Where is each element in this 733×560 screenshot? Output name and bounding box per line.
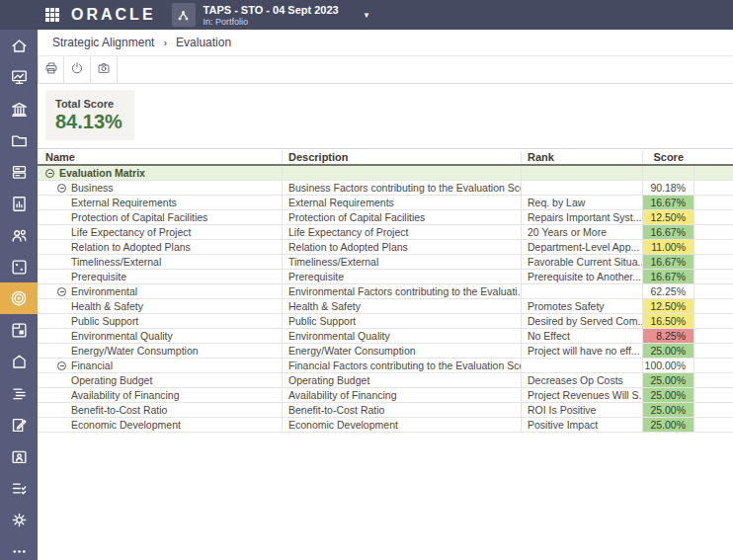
breadcrumb: Strategic Alignment › Evaluation <box>38 30 733 56</box>
breadcrumb-strategic-alignment[interactable]: Strategic Alignment <box>52 36 154 49</box>
cell-name: Financial <box>38 359 282 372</box>
dice-icon <box>10 258 29 277</box>
home-icon <box>10 37 29 55</box>
checklist-icon <box>10 479 29 498</box>
cell-gutter <box>693 255 733 269</box>
cell-rank: Project Revenues Will S... <box>521 388 642 402</box>
sidebar-item-hierarchy-list[interactable] <box>0 377 38 409</box>
row-name-label: Protection of Capital Facilities <box>71 211 207 223</box>
cell-score-badge: 25.00% <box>642 373 693 387</box>
row-name-label: Prerequisite <box>71 271 126 282</box>
table-row[interactable]: Energy/Water ConsumptionEnergy/Water Con… <box>38 344 733 359</box>
more-icon <box>10 542 29 560</box>
row-name-label: Timeliness/External <box>71 256 161 268</box>
table-row[interactable]: Economic DevelopmentEconomic Development… <box>38 418 733 433</box>
cell-rank: No Effect <box>521 329 642 343</box>
portfolio-hierarchy-icon <box>172 3 196 27</box>
sidebar-item-home[interactable] <box>0 30 38 61</box>
sidebar-item-report[interactable] <box>0 188 38 219</box>
column-header-rank[interactable]: Rank <box>521 151 642 163</box>
table-row[interactable]: Relation to Adopted PlansRelation to Ado… <box>38 240 733 255</box>
print-button[interactable] <box>38 56 64 83</box>
cell-name: Public Support <box>38 314 282 328</box>
folder-icon <box>10 131 29 150</box>
sidebar-item-id-card[interactable] <box>0 440 38 472</box>
sidebar-item-dice[interactable] <box>0 251 38 282</box>
table-row[interactable]: PrerequisitePrerequisitePrerequisite to … <box>38 270 733 284</box>
cell-rank <box>521 166 642 180</box>
table-row[interactable]: Public SupportPublic SupportDesired by S… <box>38 314 733 329</box>
table-row[interactable]: Health & SafetyHealth & SafetyPromotes S… <box>38 299 733 314</box>
table-row[interactable]: Life Expectancy of ProjectLife Expectanc… <box>38 225 733 240</box>
sidebar-item-settings[interactable] <box>0 504 38 535</box>
sidebar-item-target[interactable] <box>0 282 38 314</box>
table-row[interactable]: EnvironmentalEnvironmental Factors contr… <box>38 284 733 299</box>
collapse-icon[interactable] <box>57 184 66 193</box>
row-name-label: Operating Budget <box>71 374 152 386</box>
cell-name: Energy/Water Consumption <box>38 344 282 358</box>
column-header-description[interactable]: Description <box>282 151 521 163</box>
sidebar-item-dashboard[interactable] <box>0 61 38 93</box>
table-row[interactable]: Benefit-to-Cost RatioBenefit-to-Cost Rat… <box>38 403 733 418</box>
column-header-score[interactable]: Score <box>642 151 693 163</box>
table-row[interactable]: Environmental QualityEnvironmental Quali… <box>38 329 733 344</box>
chevron-down-icon[interactable]: ▾ <box>365 10 369 20</box>
cell-rank: Promotes Safety <box>521 299 642 313</box>
sidebar-item-bank[interactable] <box>0 93 38 124</box>
row-name-label: Health & Safety <box>71 300 143 312</box>
collapse-icon[interactable] <box>57 361 66 370</box>
cell-description: Business Factors contributing to the Eva… <box>282 181 521 195</box>
cell-description: External Requirements <box>282 196 521 209</box>
cell-gutter <box>693 344 733 358</box>
column-header-name[interactable]: Name <box>38 151 282 163</box>
sidebar-item-folder[interactable] <box>0 124 38 156</box>
main-content: Strategic Alignment › Evaluation Total S… <box>38 30 733 560</box>
layout-icon <box>10 321 29 340</box>
table-row[interactable]: Timeliness/ExternalTimeliness/ExternalFa… <box>38 255 733 270</box>
cell-gutter <box>693 418 733 432</box>
cell-name: Life Expectancy of Project <box>38 225 282 239</box>
cell-name: Economic Development <box>38 418 282 432</box>
cell-rank: Desired by Served Com... <box>521 314 642 328</box>
camera-button[interactable] <box>91 56 118 83</box>
table-row[interactable]: Protection of Capital FacilitiesProtecti… <box>38 210 733 225</box>
cell-description: Environmental Factors contributing to th… <box>282 284 521 298</box>
cell-gutter <box>693 403 733 417</box>
table-row[interactable]: External RequirementsExternal Requiremen… <box>38 196 733 210</box>
table-row[interactable]: FinancialFinancial Factors contributing … <box>38 359 733 373</box>
cell-gutter <box>693 388 733 402</box>
sidebar-item-checklist[interactable] <box>0 472 38 504</box>
sidebar-nav <box>0 30 38 560</box>
cell-gutter <box>693 329 733 343</box>
cell-description <box>282 166 521 180</box>
collapse-icon[interactable] <box>45 169 54 178</box>
portfolio-context-switcher[interactable]: TAPS - STO - 04 Sept 2023 In: Portfolio … <box>172 3 369 27</box>
cell-description: Financial Factors contributing to the Ev… <box>282 359 521 372</box>
collapse-icon[interactable] <box>57 287 66 296</box>
power-button[interactable] <box>64 56 91 83</box>
people-icon <box>10 226 29 245</box>
sidebar-item-people[interactable] <box>0 219 38 251</box>
table-row[interactable]: Evaluation Matrix <box>38 166 733 181</box>
cell-rank: Positive Impact <box>521 418 642 432</box>
sidebar-item-shape[interactable] <box>0 346 38 377</box>
cell-gutter <box>693 284 733 298</box>
table-row[interactable]: BusinessBusiness Factors contributing to… <box>38 181 733 196</box>
row-name-label: Evaluation Matrix <box>59 167 145 179</box>
row-name-label: Life Expectancy of Project <box>71 226 191 238</box>
table-row[interactable]: Availability of FinancingAvailability of… <box>38 388 733 403</box>
table-row[interactable]: Operating BudgetOperating BudgetDecrease… <box>38 373 733 388</box>
total-score-value: 84.13% <box>55 111 134 133</box>
cell-description: Relation to Adopted Plans <box>282 240 521 254</box>
sidebar-item-form-edit[interactable] <box>0 409 38 440</box>
sidebar-item-documents[interactable] <box>0 156 38 188</box>
cell-description: Energy/Water Consumption <box>282 344 521 358</box>
sidebar-item-layout[interactable] <box>0 314 38 346</box>
row-name-label: Environmental Quality <box>71 330 173 342</box>
breadcrumb-evaluation[interactable]: Evaluation <box>176 36 231 49</box>
sidebar-item-more[interactable] <box>0 535 38 560</box>
cell-gutter <box>693 359 733 372</box>
app-grid-icon[interactable] <box>45 8 59 22</box>
cell-score <box>642 166 693 180</box>
cell-name: Benefit-to-Cost Ratio <box>38 403 282 417</box>
